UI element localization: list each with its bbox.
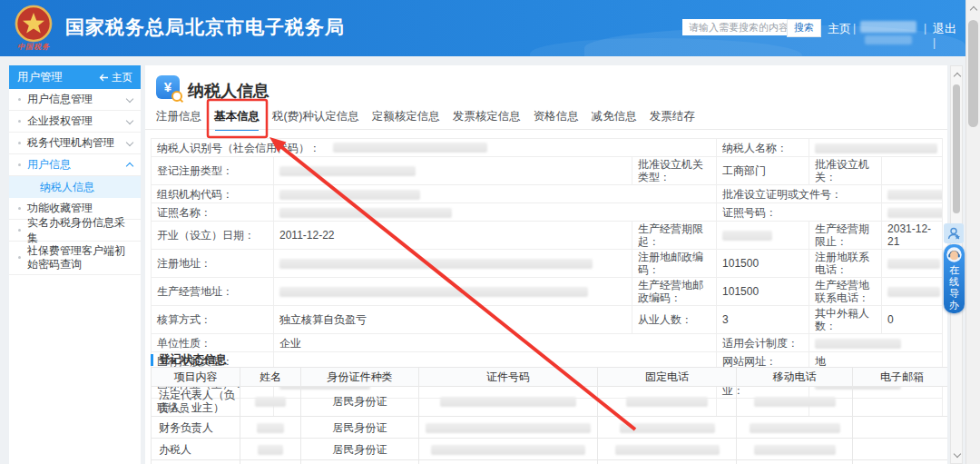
form-row: 核算方式： 独立核算自负盈亏 从业人数： 3 其中外籍人数： 0	[152, 306, 943, 334]
form-row: 登记注册类型： 批准设立机关类型： 工商部门 批准设立机关：	[152, 157, 943, 185]
table-row: 办税人 居民身份证	[152, 439, 948, 460]
logout-link[interactable]: 退出	[933, 21, 956, 37]
table-row: 法定代表人（负责人、业主） 居民身份证	[152, 387, 948, 417]
col-landline: 固定电话	[598, 368, 737, 387]
sidebar-subitem-taxpayer-info[interactable]: 纳税人信息	[9, 176, 141, 198]
field-label: 证照号码：	[717, 203, 882, 222]
redacted-value	[754, 397, 836, 407]
field-unit-nature: 企业	[274, 334, 717, 352]
tab-qualification-info[interactable]: 资格信息	[534, 109, 579, 131]
field-label: 单位性质：	[152, 334, 274, 352]
field-label: 生产经营期限起：	[632, 222, 717, 250]
field-registered-phone	[882, 250, 943, 278]
search-input[interactable]	[682, 19, 787, 35]
tab-invoice-approval-info[interactable]: 发票核定信息	[453, 109, 521, 131]
field-accounting-method: 独立核算自负盈亏	[274, 306, 632, 334]
bullet-icon	[18, 98, 21, 101]
field-registered-zipcode: 101500	[717, 250, 809, 278]
redacted-value	[279, 166, 416, 176]
sidebar-item-user-info-mgmt[interactable]: 用户信息管理	[9, 89, 141, 111]
tab-invoice-balance[interactable]: 发票结存	[650, 109, 695, 131]
content-scrollbar-thumb[interactable]	[953, 84, 960, 213]
field-license-no	[882, 203, 943, 222]
redacted-value	[258, 445, 283, 455]
redacted-value	[333, 143, 487, 153]
tab-quota-info[interactable]: 定额核定信息	[372, 109, 440, 131]
bullet-icon	[18, 207, 21, 210]
redacted-value	[255, 397, 286, 407]
field-label: 批准设立机关类型：	[632, 157, 717, 185]
field-label: 适用会计制度：	[717, 334, 809, 352]
field-label: 核算方式：	[152, 306, 274, 334]
field-business-zipcode: 101500	[717, 278, 809, 306]
redacted-value	[754, 445, 836, 455]
table-row: 财务负责人 居民身份证	[152, 417, 948, 439]
scroll-up-icon[interactable]	[970, 6, 977, 14]
top-banner: 中国税务 国家税务总局北京市电子税务局 搜索 主页 | | 退出 |	[0, 0, 965, 56]
field-label: 登记注册类型：	[152, 157, 274, 185]
col-id-number: 证件号码	[419, 368, 598, 387]
redacted-value	[626, 397, 708, 407]
user-star-widget[interactable]	[944, 223, 964, 243]
scroll-up-icon[interactable]	[954, 73, 961, 80]
nav-separator: |	[933, 36, 936, 49]
magnifier-icon	[172, 91, 182, 102]
redacted-value	[887, 190, 943, 200]
section-accent-bar	[151, 354, 153, 366]
page-scrollbar[interactable]	[965, 0, 980, 464]
tab-register-info[interactable]: 注册信息	[156, 109, 201, 131]
sidebar: 用户管理 主页 用户信息管理 企业授权管理 税务代理机构管理 用户信息 纳税人信…	[9, 65, 141, 464]
field-operation-end: 2031-12-21	[882, 222, 943, 250]
registration-status-table: 项目内容 姓名 身份证件种类 证件号码 固定电话 移动电话 电子邮箱 法定代表人…	[151, 367, 947, 464]
chevron-down-icon	[126, 94, 133, 102]
search-button[interactable]: 搜索	[787, 19, 821, 37]
col-mobile: 移动电话	[737, 368, 853, 387]
form-row: 开业（设立）日期： 2011-12-22 生产经营期限起： 生产经营期限止： 2…	[152, 222, 943, 250]
tab-bar: 注册信息 基本信息 税(费)种认定信息 定额核定信息 发票核定信息 资格信息 减…	[156, 109, 695, 131]
col-name: 姓名	[240, 368, 301, 387]
nav-separator: |	[853, 22, 856, 35]
field-approval-doc-no	[882, 185, 943, 203]
site-title: 国家税务总局北京市电子税务局	[65, 15, 345, 40]
col-id-type: 身份证件种类	[301, 368, 419, 387]
field-label: 注册地邮政编码：	[632, 250, 717, 278]
field-label: 纳税人名称：	[717, 139, 809, 157]
scroll-down-icon[interactable]	[954, 450, 961, 458]
field-label: 注册地联系电话：	[809, 250, 882, 278]
field-label: 批准设立证明或文件号：	[717, 185, 882, 203]
form-row: 单位性质： 企业 适用会计制度：	[152, 334, 943, 352]
back-arrow-icon	[99, 74, 109, 82]
tab-reduction-info[interactable]: 减免信息	[592, 109, 637, 131]
field-operation-start	[717, 222, 809, 250]
sidebar-home-link[interactable]: 主页	[99, 71, 132, 84]
form-row: 注册地址： 注册地邮政编码： 101500 注册地联系电话：	[152, 250, 943, 278]
redacted-value	[279, 190, 420, 200]
field-accounting-system	[809, 334, 943, 352]
sidebar-header: 用户管理 主页	[9, 65, 141, 89]
tab-tax-type-info[interactable]: 税(费)种认定信息	[272, 109, 359, 131]
field-label: 开业（设立）日期：	[152, 222, 274, 250]
sidebar-item-enterprise-auth[interactable]: 企业授权管理	[9, 111, 141, 133]
sidebar-item-tax-agency-mgmt[interactable]: 税务代理机构管理	[9, 133, 141, 154]
redacted-value	[440, 397, 576, 407]
national-emblem-logo	[15, 5, 53, 43]
field-approval-org-type: 工商部门	[717, 157, 809, 185]
sidebar-item-social-insurance-password[interactable]: 社保费管理客户端初始密码查询	[9, 242, 141, 275]
page-scrollbar-thumb[interactable]	[968, 20, 978, 127]
home-link[interactable]: 主页	[828, 21, 851, 37]
sidebar-item-user-info[interactable]: 用户信息	[9, 154, 141, 176]
field-registered-address	[274, 250, 632, 278]
chevron-down-icon	[126, 138, 133, 145]
online-guide-button[interactable]: 在线导办	[944, 244, 965, 313]
tab-basic-info[interactable]: 基本信息	[214, 109, 260, 131]
taxpayer-search-icon: ¥	[156, 75, 180, 99]
sidebar-item-identity-collection[interactable]: 实名办税身份信息采集	[9, 220, 141, 242]
bullet-icon	[18, 120, 21, 123]
field-label: 批准设立机关：	[809, 157, 882, 185]
username-redacted	[860, 21, 916, 33]
field-business-phone	[882, 278, 943, 306]
field-license-name	[274, 203, 717, 222]
bullet-icon	[18, 142, 21, 144]
field-label: 生产经营地联系电话：	[809, 278, 882, 306]
online-guide-label: 在线导办	[948, 264, 960, 311]
